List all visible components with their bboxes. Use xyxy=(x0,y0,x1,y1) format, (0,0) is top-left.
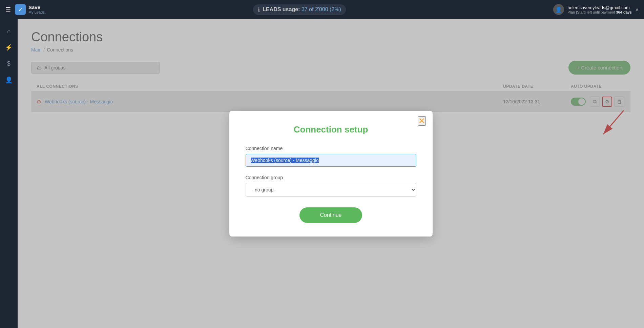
avatar: 👤 xyxy=(553,4,564,15)
sidebar-item-billing[interactable]: $ xyxy=(2,57,16,70)
sidebar: ⌂ ⚡ $ 👤 xyxy=(0,19,18,328)
connection-setup-modal: ✕ Connection setup Connection name Conne… xyxy=(229,111,433,237)
sidebar-item-profile[interactable]: 👤 xyxy=(2,73,16,87)
hamburger-icon[interactable]: ☰ xyxy=(5,6,11,13)
connection-group-label: Connection group xyxy=(246,175,416,180)
profile-icon: 👤 xyxy=(5,76,13,84)
navbar-left: ☰ ✓ Save My Leads. xyxy=(5,4,46,15)
user-email: helen.savemyleads@gmail.com xyxy=(567,5,632,10)
navbar: ☰ ✓ Save My Leads. ℹ LEADS usage: 37 of … xyxy=(0,0,644,19)
logo-text-area: Save My Leads. xyxy=(28,5,46,15)
sidebar-item-integrations[interactable]: ⚡ xyxy=(2,41,16,54)
home-icon: ⌂ xyxy=(7,28,11,35)
modal-overlay: ✕ Connection setup Connection name Conne… xyxy=(18,19,644,328)
connection-name-label: Connection name xyxy=(246,146,416,151)
leads-label: LEADS usage: xyxy=(263,6,300,12)
modal-title: Connection setup xyxy=(246,124,416,135)
modal-close-button[interactable]: ✕ xyxy=(418,116,426,126)
content-area: Connections Main / Connections 🗁 All gro… xyxy=(18,19,644,328)
user-info: helen.savemyleads@gmail.com Plan |Start|… xyxy=(567,5,632,14)
navbar-right: 👤 helen.savemyleads@gmail.com Plan |Star… xyxy=(553,4,639,15)
logo-icon: ✓ xyxy=(15,4,26,15)
modal-footer: Continue xyxy=(246,207,416,223)
connection-group-group: Connection group - no group - xyxy=(246,175,416,197)
connection-group-select[interactable]: - no group - xyxy=(246,183,416,197)
user-area[interactable]: 👤 helen.savemyleads@gmail.com Plan |Star… xyxy=(553,4,639,15)
main-layout: ⌂ ⚡ $ 👤 Connections Main / Connections 🗁… xyxy=(0,19,644,328)
leads-count: 37 of 2'000 (2%) xyxy=(302,6,341,12)
integrations-icon: ⚡ xyxy=(5,44,13,51)
logo-title: Save xyxy=(28,5,46,11)
leads-usage-area: ℹ LEADS usage: 37 of 2'000 (2%) xyxy=(253,4,346,15)
leads-text: LEADS usage: 37 of 2'000 (2%) xyxy=(263,6,341,13)
user-plan: Plan |Start| left until payment 364 days xyxy=(567,10,632,14)
info-icon: ℹ xyxy=(258,6,260,13)
connection-name-input[interactable] xyxy=(246,154,416,167)
connection-name-group: Connection name xyxy=(246,146,416,167)
logo-subtitle: My Leads. xyxy=(28,10,46,14)
continue-button[interactable]: Continue xyxy=(299,207,362,223)
logo-area: ✓ Save My Leads. xyxy=(15,4,46,15)
chevron-down-icon: ∨ xyxy=(635,7,639,12)
dollar-icon: $ xyxy=(7,60,11,67)
leads-badge: ℹ LEADS usage: 37 of 2'000 (2%) xyxy=(253,4,346,15)
sidebar-item-home[interactable]: ⌂ xyxy=(2,24,16,38)
